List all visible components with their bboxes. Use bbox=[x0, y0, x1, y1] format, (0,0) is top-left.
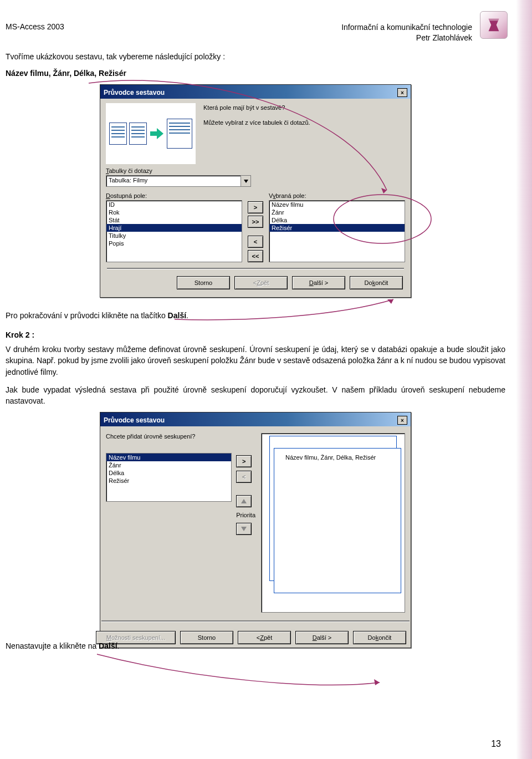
header-right-line1: Informační a komunikační technologie bbox=[341, 22, 472, 33]
step-2-paragraph-2: Jak bude vypadat výsledná sestava při po… bbox=[6, 384, 505, 407]
sel-item[interactable]: Délka bbox=[269, 216, 405, 224]
close-icon[interactable]: × bbox=[397, 416, 407, 425]
wizard-1-titlebar: Průvodce sestavou × bbox=[100, 85, 411, 99]
wizard-2-question: Chcete přidat úrovně seskupení? bbox=[106, 433, 255, 440]
group-item[interactable]: Žánr bbox=[106, 461, 231, 469]
page-number: 13 bbox=[491, 739, 501, 749]
avail-item[interactable]: Rok bbox=[106, 208, 242, 216]
header-left: MS-Access 2003 bbox=[6, 22, 64, 43]
step-2-heading: Krok 2 : bbox=[6, 329, 505, 340]
close-icon[interactable]: × bbox=[397, 88, 407, 97]
avail-item[interactable]: ID bbox=[106, 201, 242, 208]
tables-queries-combo[interactable]: Tabulka: Filmy bbox=[106, 175, 251, 187]
selected-fields-listbox[interactable]: Název filmu Žánr Délka Režisér bbox=[269, 200, 405, 262]
page-header: MS-Access 2003 Informační a komunikační … bbox=[6, 22, 505, 43]
wizard-1-q1: Která pole mají být v sestavě? bbox=[203, 103, 405, 113]
avail-item[interactable]: Titulky bbox=[106, 232, 242, 240]
grouping-fields-listbox[interactable]: Název filmu Žánr Délka Režisér bbox=[106, 453, 232, 502]
continue-text: Pro pokračování v průvodci klikněte na t… bbox=[6, 310, 505, 321]
back-button[interactable]: < Zpět bbox=[238, 631, 291, 644]
wizard-1-title: Průvodce sestavou bbox=[104, 89, 165, 96]
selected-fields-label: Vybraná pole: bbox=[269, 192, 405, 199]
add-all-button[interactable]: >> bbox=[248, 216, 263, 228]
wizard-2-window: Průvodce sestavou × Chcete přidat úrovně… bbox=[100, 412, 411, 648]
avail-item-selected[interactable]: Hrají bbox=[106, 224, 242, 232]
available-fields-listbox[interactable]: ID Rok Stát Hrají Titulky Popis bbox=[106, 200, 242, 262]
intro-text-2: Název filmu, Žánr, Délka, Režisér bbox=[6, 68, 505, 79]
priority-label: Priorita bbox=[236, 512, 255, 518]
remove-all-button[interactable]: << bbox=[248, 250, 263, 262]
wizard-separator bbox=[107, 268, 404, 269]
finish-button[interactable]: Dokončit bbox=[353, 631, 406, 644]
step-2-paragraph: V druhém kroku tvorby sestavy můžeme def… bbox=[6, 344, 505, 378]
next-button[interactable]: Další > bbox=[295, 631, 349, 644]
finish-button[interactable]: Dokončit bbox=[350, 276, 403, 289]
add-one-button[interactable]: > bbox=[248, 201, 263, 213]
wizard-1-illustration bbox=[106, 103, 196, 164]
combo-value: Tabulka: Filmy bbox=[106, 176, 241, 186]
group-item[interactable]: Délka bbox=[106, 469, 231, 477]
sel-item[interactable]: Žánr bbox=[269, 208, 405, 216]
tables-queries-label: Tabulky či dotazy bbox=[106, 167, 152, 174]
access-app-icon bbox=[480, 11, 508, 39]
wizard-1-window: Průvodce sestavou × Která pole mají být … bbox=[100, 84, 411, 298]
wizard-separator bbox=[101, 620, 410, 622]
cancel-button[interactable]: Storno bbox=[177, 276, 230, 289]
intro-text-1: Tvoříme ukázkovou sestavu, tak vybereme … bbox=[6, 51, 505, 62]
annotation-arrow-3 bbox=[94, 646, 388, 701]
wizard-2-title: Průvodce sestavou bbox=[104, 416, 165, 424]
header-right-line2: Petr Zlatohlávek bbox=[341, 33, 472, 43]
back-button: < Zpět bbox=[234, 276, 288, 289]
priority-up-button bbox=[236, 495, 252, 507]
priority-down-button bbox=[236, 523, 252, 535]
cancel-button[interactable]: Storno bbox=[180, 631, 233, 644]
preview-header-text: Název filmu, Žánr, Délka, Režisér bbox=[285, 454, 376, 461]
sel-item[interactable]: Název filmu bbox=[269, 201, 405, 208]
group-remove-button: < bbox=[236, 471, 252, 483]
side-decoration bbox=[516, 0, 532, 759]
wizard-1-q2: Můžete vybírat z více tabulek či dotazů. bbox=[203, 118, 405, 128]
next-button[interactable]: Další > bbox=[292, 276, 345, 289]
group-add-button[interactable]: > bbox=[236, 455, 252, 467]
grouping-preview: Název filmu, Žánr, Délka, Režisér bbox=[261, 433, 405, 613]
remove-one-button[interactable]: < bbox=[248, 236, 263, 248]
available-fields-label: Dostupná pole: bbox=[106, 192, 242, 199]
avail-item[interactable]: Stát bbox=[106, 216, 242, 224]
group-item-selected[interactable]: Název filmu bbox=[106, 454, 231, 461]
group-item[interactable]: Režisér bbox=[106, 477, 231, 485]
sel-item-selected[interactable]: Režisér bbox=[269, 224, 405, 232]
chevron-down-icon[interactable] bbox=[241, 176, 250, 186]
avail-item[interactable]: Popis bbox=[106, 240, 242, 247]
wizard-2-titlebar: Průvodce sestavou × bbox=[100, 412, 411, 426]
